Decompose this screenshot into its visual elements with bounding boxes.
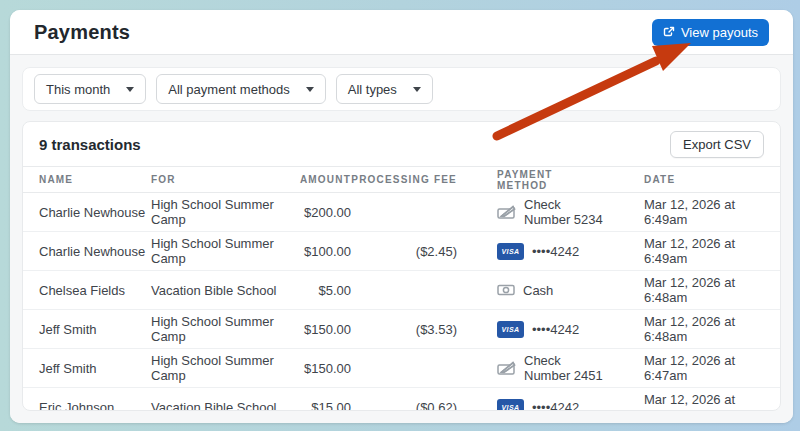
transactions-header: 9 transactions Export CSV (23, 122, 780, 166)
check-icon (497, 205, 516, 220)
check-icon (497, 361, 516, 376)
table-row[interactable]: Eric Johnson Vacation Bible School $15.0… (23, 388, 780, 410)
page-header: Payments View payouts (10, 10, 793, 55)
filter-dropdown-label: This month (46, 82, 110, 97)
filter-dropdown-label: All types (348, 82, 397, 97)
visa-badge: VISA (497, 399, 524, 411)
cell-payment-method: Check Number 2451 (457, 353, 604, 383)
table-header-row: NAMEFORAMOUNTPROCESSING FEEPAYMENT METHO… (23, 166, 780, 193)
table-body: Charlie Newhouse High School Summer Camp… (23, 193, 780, 410)
filter-dropdown-label: All payment methods (168, 82, 289, 97)
cell-amount: $150.00 (299, 322, 351, 337)
cell-date: Mar 12, 2026 at 6:49am (604, 197, 764, 227)
column-header: DATE (604, 174, 764, 185)
cell-for: High School Summer Camp (151, 314, 299, 344)
filter-bar: This month All payment methods All types (22, 67, 781, 111)
cell-name: Jeff Smith (39, 361, 151, 376)
cell-payment-method: VISA••••4242 (457, 321, 604, 338)
chevron-down-icon (306, 87, 314, 92)
table-row[interactable]: Chelsea Fields Vacation Bible School $5.… (23, 271, 780, 310)
payment-method-label: ••••4242 (532, 322, 579, 337)
column-header: PROCESSING FEE (351, 174, 457, 185)
column-header: NAME (39, 174, 151, 185)
table-row[interactable]: Charlie Newhouse High School Summer Camp… (23, 232, 780, 271)
cell-date: Mar 12, 2026 at 6:45am (604, 392, 764, 410)
cell-date: Mar 12, 2026 at 6:48am (604, 314, 764, 344)
payment-method-label: ••••4242 (532, 244, 579, 259)
external-link-icon (663, 26, 675, 38)
payment-method-label: Check Number 5234 (524, 197, 604, 227)
page-body: This month All payment methods All types… (10, 55, 793, 423)
chevron-down-icon (413, 87, 421, 92)
cell-date: Mar 12, 2026 at 6:47am (604, 353, 764, 383)
cell-name: Chelsea Fields (39, 283, 151, 298)
filter-dropdown-0[interactable]: This month (34, 74, 146, 104)
payment-method-label: ••••4242 (532, 400, 579, 411)
cell-amount: $200.00 (299, 205, 351, 220)
transactions-card: 9 transactions Export CSV NAMEFORAMOUNTP… (22, 121, 781, 411)
cell-amount: $5.00 (299, 283, 351, 298)
filter-dropdown-2[interactable]: All types (336, 74, 433, 104)
table-row[interactable]: Jeff Smith High School Summer Camp $150.… (23, 310, 780, 349)
column-header: PAYMENT METHOD (457, 169, 604, 191)
cell-amount: $150.00 (299, 361, 351, 376)
cell-payment-method: Check Number 5234 (457, 197, 604, 227)
table-row[interactable]: Jeff Smith High School Summer Camp $150.… (23, 349, 780, 388)
cell-for: Vacation Bible School (151, 400, 299, 411)
chevron-down-icon (126, 87, 134, 92)
cell-date: Mar 12, 2026 at 6:48am (604, 275, 764, 305)
filter-dropdown-1[interactable]: All payment methods (156, 74, 325, 104)
column-header: AMOUNT (299, 174, 351, 185)
page-title: Payments (34, 21, 130, 44)
table-row[interactable]: Charlie Newhouse High School Summer Camp… (23, 193, 780, 232)
payments-page: Payments View payouts This month All pay… (10, 10, 793, 423)
cell-for: High School Summer Camp (151, 353, 299, 383)
payment-method-label: Cash (523, 283, 553, 298)
cash-icon (497, 283, 515, 297)
cell-for: Vacation Bible School (151, 283, 299, 298)
cell-for: High School Summer Camp (151, 197, 299, 227)
cell-processing-fee: ($2.45) (351, 244, 457, 259)
column-header: FOR (151, 174, 299, 185)
cell-name: Charlie Newhouse (39, 244, 151, 259)
view-payouts-button[interactable]: View payouts (652, 19, 769, 46)
view-payouts-label: View payouts (681, 25, 758, 40)
cell-name: Jeff Smith (39, 322, 151, 337)
cell-amount: $100.00 (299, 244, 351, 259)
cell-date: Mar 12, 2026 at 6:49am (604, 236, 764, 266)
transactions-count: 9 transactions (39, 136, 141, 153)
cell-payment-method: Cash (457, 283, 604, 298)
cell-name: Charlie Newhouse (39, 205, 151, 220)
cell-processing-fee: ($3.53) (351, 322, 457, 337)
cell-payment-method: VISA••••4242 (457, 399, 604, 411)
cell-name: Eric Johnson (39, 400, 151, 411)
cell-payment-method: VISA••••4242 (457, 243, 604, 260)
visa-badge: VISA (497, 321, 524, 338)
cell-processing-fee: ($0.62) (351, 400, 457, 411)
payment-method-label: Check Number 2451 (524, 353, 604, 383)
export-csv-button[interactable]: Export CSV (670, 131, 764, 158)
visa-badge: VISA (497, 243, 524, 260)
cell-for: High School Summer Camp (151, 236, 299, 266)
cell-amount: $15.00 (299, 400, 351, 411)
